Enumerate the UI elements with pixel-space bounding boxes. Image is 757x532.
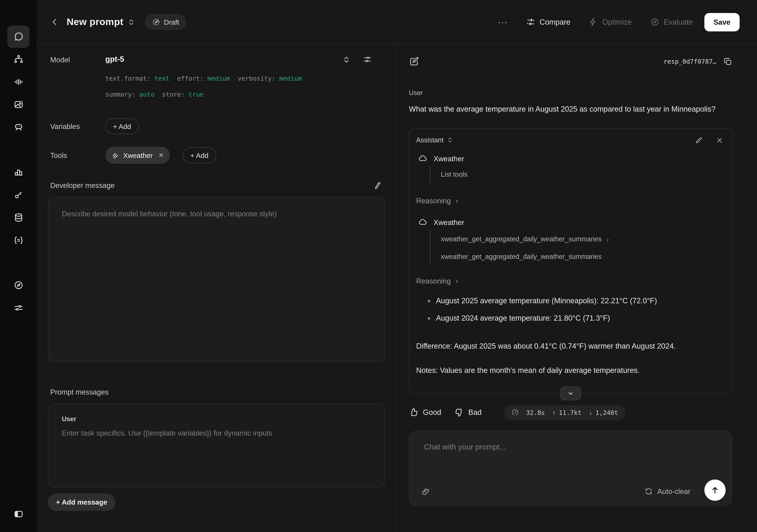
answer-bullet-2: August 2024 average temperature: 21.80°C… [416,312,725,324]
attach-paperclip-icon[interactable] [421,487,430,496]
response-panel: resp_0d7f0787… User What was the average… [395,45,757,532]
back-button[interactable] [48,16,61,28]
left-rail [0,0,37,532]
chat-input[interactable] [424,443,644,452]
bullet-text: August 2025 average temperature (Minneap… [436,297,657,305]
prompt-message-input[interactable] [62,429,371,479]
assistant-select-chevrons-icon[interactable] [446,137,453,143]
header-actions: ⋯ Compare Optimize Evaluate Save [498,13,740,31]
assistant-role-label[interactable]: Assistant [416,136,443,144]
tool-call-function-2[interactable]: xweather_get_aggregated_daily_weather_su… [441,248,725,265]
evaluate-button[interactable]: Evaluate [650,17,693,27]
rail-group-bottom [5,503,31,525]
prompt-messages-label: Prompt messages [50,388,385,396]
close-response-icon[interactable] [716,137,723,144]
chat-box: Auto-clear [409,431,732,506]
bullet-dot [428,317,430,320]
nav-chat[interactable] [7,26,30,48]
nav-settings[interactable] [7,297,30,319]
generate-pen-icon[interactable] [373,181,382,190]
compare-arrows-icon [526,17,535,27]
assistant-card: Assistant Xweather List tools [409,128,732,393]
compare-button[interactable]: Compare [526,17,570,27]
content: Model gpt-5 text.format: text effort: me… [37,45,757,532]
bullet-text: August 2024 average temperature: 21.80°C… [436,314,610,323]
add-variable-button[interactable]: + Add [105,118,139,134]
key-icon [13,190,23,200]
save-button[interactable]: Save [704,13,740,31]
rail-group-top [5,26,31,139]
model-params[interactable]: text.format: text effort: medium verbosi… [105,71,385,103]
tool-chip-xweather[interactable]: Xweather ✕ [105,147,170,164]
workflow-icon [13,54,23,64]
playground-app: New prompt Draft ⋯ Compare Optimize Eva [0,0,757,532]
reasoning-label: Reasoning [416,196,451,205]
chevron-right-icon: › [606,235,609,243]
expand-response-button[interactable] [560,386,581,400]
more-menu-button[interactable]: ⋯ [498,17,508,27]
tool-action-list-tools[interactable]: List tools [441,166,725,183]
reasoning-label: Reasoning [416,276,451,285]
copy-icon[interactable] [723,57,733,66]
bullet-dot [428,300,430,302]
conversation-user-message: What was the average temperature in Augu… [409,102,716,115]
model-value[interactable]: gpt-5 [105,55,124,64]
answer-bullet-1: August 2025 average temperature (Minneap… [416,295,725,307]
panel-collapse-icon [13,509,23,519]
good-button[interactable]: Good [409,408,441,417]
tool-call-function-1[interactable]: xweather_get_aggregated_daily_weather_su… [441,230,725,248]
nav-workflows[interactable] [7,48,30,70]
model-params-line2: summary: auto store: true [105,86,385,102]
prompt-select-chevrons-icon[interactable] [127,18,135,26]
robot-icon [13,122,23,132]
nav-audio[interactable] [7,71,30,93]
developer-message-input[interactable] [48,197,385,361]
conversation-user-role: User [409,89,732,97]
nav-evals[interactable] [7,274,30,297]
auto-clear-toggle[interactable]: Auto-clear [644,487,690,495]
tool-server-name: Xweather [434,218,464,226]
prompt-message-role[interactable]: User [62,415,371,422]
edit-response-pencil-icon[interactable] [695,136,703,144]
feedback-row: Good Bad 32.8s ↑ 11.7kt ↓ 1,240t [409,405,732,420]
tool-call-group-2: Xweather [416,217,725,228]
collapse-sidebar-button[interactable] [7,503,30,525]
bad-button[interactable]: Bad [454,408,482,417]
nav-images[interactable] [7,93,30,116]
optimize-label: Optimize [602,17,632,26]
refresh-icon [644,487,652,495]
evaluate-label: Evaluate [664,17,693,26]
variables-label: Variables [50,122,105,131]
rail-group-mid [5,161,31,252]
model-settings-sliders-icon[interactable] [363,55,372,64]
nav-usage[interactable] [7,161,30,184]
reasoning-toggle-1[interactable]: Reasoning › [416,195,725,206]
mcp-tool-icon [111,151,119,159]
new-session-edit-icon[interactable] [409,56,419,66]
tool-call-function-label: xweather_get_aggregated_daily_weather_su… [441,253,602,260]
draft-badge[interactable]: Draft [145,14,187,30]
send-button[interactable] [704,480,726,501]
optimize-button[interactable]: Optimize [589,17,632,27]
add-tool-button[interactable]: + Add [183,147,216,163]
model-params-line1: text.format: text effort: medium verbosi… [105,71,385,86]
auto-clear-label: Auto-clear [657,487,690,495]
nav-batches[interactable] [7,229,30,252]
developer-message-label: Developer message [50,181,115,189]
tool-call-children-1: List tools [430,166,725,183]
model-select-chevrons-icon[interactable] [342,55,350,64]
cloud-icon [418,154,428,163]
reasoning-toggle-2[interactable]: Reasoning › [416,275,725,286]
response-id[interactable]: resp_0d7f0787… [664,58,716,65]
nav-assistants[interactable] [7,116,30,139]
latency-value: 32.8s [526,409,545,416]
draft-pencil-icon [152,18,160,26]
nav-storage[interactable] [7,206,30,229]
compass-icon [13,280,23,290]
tokens-up-value: 11.7kt [559,409,582,416]
add-message-button[interactable]: + Add message [48,493,115,511]
nav-api-keys[interactable] [7,184,30,206]
header: New prompt Draft ⋯ Compare Optimize Eva [37,0,757,45]
braces-icon [13,235,23,245]
remove-tool-icon[interactable]: ✕ [159,152,164,159]
